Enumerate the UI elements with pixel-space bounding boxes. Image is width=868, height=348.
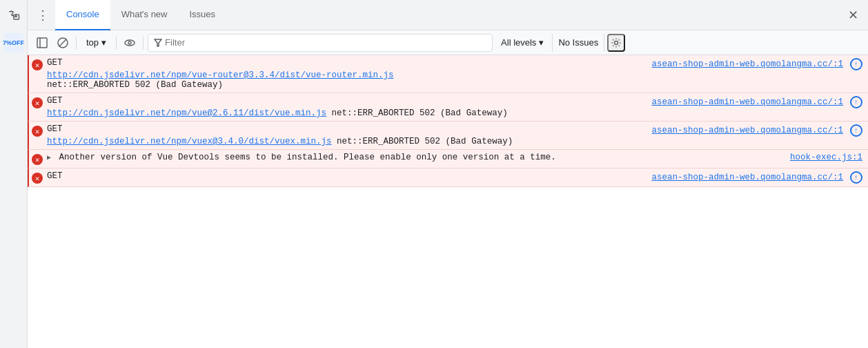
log-row: ▶ Another version of Vue Devtools seems … [47,153,862,162]
log-entry: ✕ GET asean-shop-admin-web.qomolangma.cc… [28,93,868,122]
error-icon: ✕ [32,173,43,184]
tab-bar-menu-button[interactable]: ⋮ [33,6,52,25]
toolbar-divider-2 [116,36,117,50]
toolbar-divider-3 [143,36,144,50]
log-inline-suffix: net::ERR_ABORTED 502 (Bad Gateway) [332,108,508,118]
log-source[interactable]: asean-shop-admin-web.qomolangma.cc/:1 [651,59,843,69]
navigate-icon[interactable]: ↑ [850,124,862,137]
expand-icon[interactable]: ▶ [47,154,51,162]
log-entry: ✕ GET asean-shop-admin-web.qomolangma.cc… [28,122,868,150]
no-issues-badge: No Issues [552,34,604,52]
log-right: asean-shop-admin-web.qomolangma.cc/:1 ↑ [646,171,862,184]
close-button[interactable]: ✕ [843,6,862,25]
log-row: GET asean-shop-admin-web.qomolangma.cc/:… [47,171,862,184]
sidebar: 7%OFF [0,0,28,348]
error-icon: ✕ [32,154,43,165]
log-content: GET [47,124,646,134]
log-url[interactable]: http://cdn.jsdelivr.net/npm/vuex@3.4.0/d… [47,137,332,146]
svg-point-5 [125,40,135,46]
log-entry-inner: GET asean-shop-admin-web.qomolangma.cc/:… [47,58,862,90]
log-row: GET asean-shop-admin-web.qomolangma.cc/:… [47,124,862,137]
levels-chevron-icon: ▾ [539,37,544,48]
log-row: GET asean-shop-admin-web.qomolangma.cc/:… [47,58,862,70]
eye-icon-button[interactable] [121,34,139,52]
log-entry-inner: GET asean-shop-admin-web.qomolangma.cc/:… [47,124,862,146]
navigate-icon[interactable]: ↑ [850,96,862,108]
log-prefix: GET [47,171,63,181]
log-source[interactable]: asean-shop-admin-web.qomolangma.cc/:1 [651,126,843,135]
log-inline-suffix: net::ERR_ABORTED 502 (Bad Gateway) [337,137,513,146]
filter-input[interactable] [165,37,486,48]
clear-button[interactable] [54,34,72,52]
log-suffix-row: net::ERR_ABORTED 502 (Bad Gateway) [47,80,862,90]
navigate-icon[interactable]: ↑ [850,171,862,184]
log-content: GET [47,96,646,106]
svg-point-6 [128,41,131,44]
log-entry: ✕ GET asean-shop-admin-web.qomolangma.cc… [28,55,868,93]
toolbar: top ▾ All levels ▾ No Issues [28,30,868,55]
log-url-row: http://cdn.jsdelivr.net/npm/vuex@3.4.0/d… [47,137,862,146]
chevron-down-icon: ▾ [101,37,106,48]
svg-point-8 [615,41,618,44]
log-right: asean-shop-admin-web.qomolangma.cc/:1 ↑ [646,58,862,70]
log-prefix: GET [47,58,63,68]
log-url[interactable]: http://cdn.jsdelivr.net/npm/vue-router@3… [47,70,394,80]
log-content: GET [47,58,646,68]
filter-container [148,34,493,52]
log-right: asean-shop-admin-web.qomolangma.cc/:1 ↑ [646,124,862,137]
log-right: asean-shop-admin-web.qomolangma.cc/:1 ↑ [646,96,862,108]
tab-issues[interactable]: Issues [179,0,227,30]
log-url-row: http://cdn.jsdelivr.net/npm/vue@2.6.11/d… [47,108,862,118]
translate-icon[interactable] [4,6,23,25]
context-selector[interactable]: top ▾ [81,36,112,49]
sidebar-toggle-button[interactable] [33,34,51,52]
svg-line-4 [59,39,67,46]
log-url-row: http://cdn.jsdelivr.net/npm/vue-router@3… [47,70,862,80]
log-prefix: GET [47,96,63,106]
filter-icon [154,39,162,47]
levels-button[interactable]: All levels ▾ [495,36,549,49]
navigate-icon[interactable]: ↑ [850,58,862,70]
log-entry-inner: GET asean-shop-admin-web.qomolangma.cc/:… [47,96,862,118]
tab-whats-new[interactable]: What's new [110,0,179,30]
error-icon: ✕ [32,59,43,70]
log-suffix: net::ERR_ABORTED 502 (Bad Gateway) [47,80,223,90]
log-content: GET [47,171,646,181]
error-icon: ✕ [32,97,43,108]
log-row: GET asean-shop-admin-web.qomolangma.cc/:… [47,96,862,108]
log-content: ▶ Another version of Vue Devtools seems … [47,153,785,162]
log-source[interactable]: hook-exec.js:1 [790,153,862,162]
log-entry: ✕ GET asean-shop-admin-web.qomolangma.cc… [28,168,868,187]
devtools-panel: ⋮ Console What's new Issues ✕ [28,0,868,348]
log-prefix: GET [47,124,63,134]
log-source[interactable]: asean-shop-admin-web.qomolangma.cc/:1 [651,97,843,107]
svg-rect-1 [37,38,47,48]
svg-marker-7 [155,39,161,46]
log-entry: ✕ ▶ Another version of Vue Devtools seem… [28,150,868,168]
console-content: ✕ GET asean-shop-admin-web.qomolangma.cc… [28,55,868,348]
settings-button[interactable] [607,34,625,52]
log-url[interactable]: http://cdn.jsdelivr.net/npm/vue@2.6.11/d… [47,108,326,118]
log-source[interactable]: asean-shop-admin-web.qomolangma.cc/:1 [651,173,843,182]
log-right: hook-exec.js:1 [785,153,862,162]
tab-bar: ⋮ Console What's new Issues ✕ [28,0,868,30]
error-icon: ✕ [32,126,43,137]
log-text: Another version of Vue Devtools seems to… [59,153,556,162]
tab-console[interactable]: Console [55,0,110,30]
log-entry-inner: ▶ Another version of Vue Devtools seems … [47,153,862,162]
log-entry-inner: GET asean-shop-admin-web.qomolangma.cc/:… [47,171,862,184]
toolbar-divider-1 [76,36,77,50]
discount-icon[interactable]: 7%OFF [4,33,23,52]
